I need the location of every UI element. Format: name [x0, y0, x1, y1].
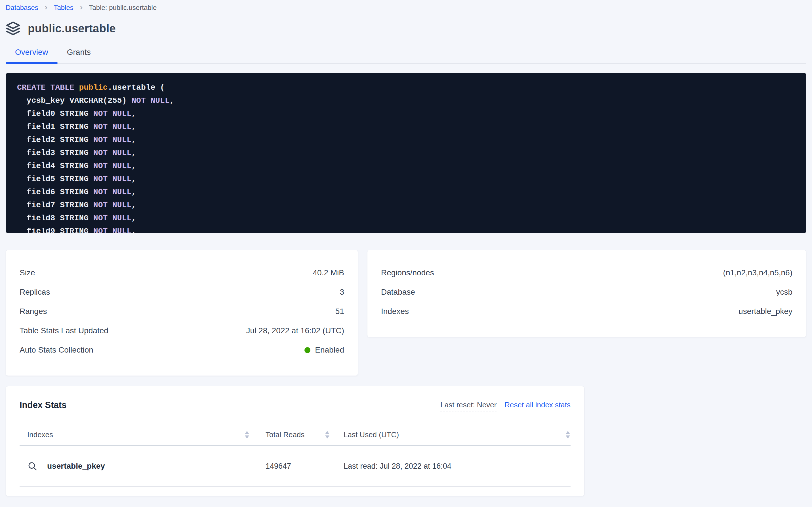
column-header-total-reads: Total Reads — [265, 430, 343, 439]
index-stats-table-header: Indexes Total Reads Last U — [19, 424, 571, 446]
magnifier-icon — [27, 461, 38, 471]
layers-icon — [6, 21, 20, 36]
index-name-link[interactable]: usertable_pkey — [47, 462, 105, 471]
detail-row: Regions/nodes(n1,n2,n3,n4,n5,n6) — [381, 263, 793, 282]
details-section: Size40.2 MiBReplicas3Ranges51Table Stats… — [6, 250, 806, 376]
tab-overview-label: Overview — [15, 48, 48, 56]
tab-overview[interactable]: Overview — [6, 48, 58, 63]
sql-token: , — [131, 122, 136, 131]
index-stats-header: Index Stats Last reset: Never Reset all … — [19, 400, 571, 412]
sql-token: field2 STRING — [17, 135, 93, 144]
sql-token: NOT NULL — [93, 149, 131, 157]
tab-grants[interactable]: Grants — [58, 48, 100, 63]
sql-line: field3 STRING NOT NULL, — [17, 147, 806, 160]
detail-value: (n1,n2,n3,n4,n5,n6) — [723, 268, 793, 277]
detail-label: Size — [19, 268, 35, 277]
breadcrumb-separator-icon: › — [80, 3, 83, 12]
index-stats-card: Index Stats Last reset: Never Reset all … — [6, 386, 584, 496]
breadcrumb-link-tables[interactable]: Tables — [54, 4, 73, 12]
sql-token: field5 STRING — [17, 175, 93, 183]
breadcrumb-link-databases[interactable]: Databases — [6, 4, 38, 12]
sql-token: field1 STRING — [17, 122, 93, 131]
table-details-page: Databases › Tables › Table: public.usert… — [0, 0, 812, 496]
detail-label: Replicas — [19, 288, 50, 297]
sql-token: , — [131, 175, 136, 183]
database-details-card: Regions/nodes(n1,n2,n3,n4,n5,n6)Database… — [367, 250, 806, 337]
sort-icon[interactable] — [566, 431, 570, 439]
sql-token: NOT NULL — [93, 227, 131, 233]
last-used-cell: Last read: Jul 28, 2022 at 16:04 — [343, 462, 571, 471]
detail-row: Replicas3 — [19, 282, 344, 302]
column-header-last-used: Last Used (UTC) — [343, 430, 571, 439]
sql-token: field3 STRING — [17, 149, 93, 157]
breadcrumb: Databases › Tables › Table: public.usert… — [6, 0, 806, 12]
sql-line: CREATE TABLE public.usertable ( — [17, 81, 806, 94]
detail-row: Indexesusertable_pkey — [381, 302, 793, 321]
breadcrumb-current: Table: public.usertable — [89, 4, 157, 12]
index-name-cell: usertable_pkey — [19, 461, 265, 471]
sql-line: field2 STRING NOT NULL, — [17, 133, 806, 147]
total-reads-cell: 149647 — [265, 462, 343, 471]
sql-line: field5 STRING NOT NULL, — [17, 173, 806, 186]
detail-value: 40.2 MiB — [313, 268, 345, 277]
sql-line: field7 STRING NOT NULL, — [17, 199, 806, 212]
column-header-last-used-label: Last Used (UTC) — [343, 430, 399, 439]
tab-bar: Overview Grants — [6, 48, 806, 64]
status-dot — [304, 347, 310, 353]
sql-token: NOT NULL — [93, 201, 131, 210]
detail-value: 51 — [335, 307, 344, 316]
sql-line: field8 STRING NOT NULL, — [17, 212, 806, 225]
page-title: public.usertable — [28, 22, 116, 35]
breadcrumb-separator-icon: › — [45, 3, 48, 12]
detail-row: Auto Stats CollectionEnabled — [19, 340, 344, 360]
sql-token: NOT NULL — [93, 162, 131, 170]
tab-grants-label: Grants — [67, 48, 91, 56]
sort-icon[interactable] — [325, 431, 329, 439]
sql-token: field0 STRING — [17, 109, 93, 118]
table-details-card: Size40.2 MiBReplicas3Ranges51Table Stats… — [6, 250, 358, 376]
sql-token: , — [131, 135, 136, 144]
column-header-total-reads-label: Total Reads — [265, 430, 304, 439]
sql-token: NOT NULL — [131, 96, 169, 105]
sql-token: , — [131, 188, 136, 196]
sql-token: , — [131, 227, 136, 233]
detail-value: ycsb — [776, 288, 793, 297]
sql-token: , — [170, 96, 175, 105]
index-stats-title: Index Stats — [19, 400, 66, 410]
detail-row: Ranges51 — [19, 302, 344, 321]
sql-token: .usertable ( — [108, 83, 165, 92]
sql-line: field9 STRING NOT NULL, — [17, 225, 806, 233]
sql-token: , — [131, 149, 136, 157]
index-stats-controls: Last reset: Never Reset all index stats — [440, 400, 571, 412]
sql-token: NOT NULL — [93, 135, 131, 144]
detail-row: Databaseycsb — [381, 282, 793, 302]
sql-token: field7 STRING — [17, 201, 93, 210]
sql-token: CREATE TABLE — [17, 83, 79, 92]
sql-token: field4 STRING — [17, 162, 93, 170]
sort-icon[interactable] — [245, 431, 249, 439]
sql-token: , — [131, 201, 136, 210]
detail-label: Table Stats Last Updated — [19, 326, 108, 335]
column-header-indexes-label: Indexes — [27, 430, 53, 439]
detail-label: Regions/nodes — [381, 268, 434, 277]
reset-index-stats-link[interactable]: Reset all index stats — [504, 401, 571, 409]
sql-token: NOT NULL — [93, 175, 131, 183]
detail-value: Jul 28, 2022 at 16:02 (UTC) — [246, 326, 344, 335]
detail-value: Enabled — [304, 345, 344, 354]
detail-label: Database — [381, 288, 415, 297]
detail-label: Ranges — [19, 307, 47, 316]
sql-token: field6 STRING — [17, 188, 93, 196]
sql-token: NOT NULL — [93, 109, 131, 118]
sql-token: field9 STRING — [17, 227, 93, 233]
detail-value: usertable_pkey — [739, 307, 793, 316]
sql-token: , — [131, 109, 136, 118]
last-reset-label[interactable]: Last reset: Never — [440, 401, 497, 412]
sql-line: field4 STRING NOT NULL, — [17, 160, 806, 173]
active-tab-underline — [6, 62, 58, 64]
sql-token: field8 STRING — [17, 214, 93, 223]
create-table-statement: CREATE TABLE public.usertable ( ycsb_key… — [6, 73, 806, 233]
sql-token: NOT NULL — [93, 188, 131, 196]
sql-token: NOT NULL — [93, 122, 131, 131]
detail-label: Auto Stats Collection — [19, 345, 93, 354]
detail-label: Indexes — [381, 307, 409, 316]
